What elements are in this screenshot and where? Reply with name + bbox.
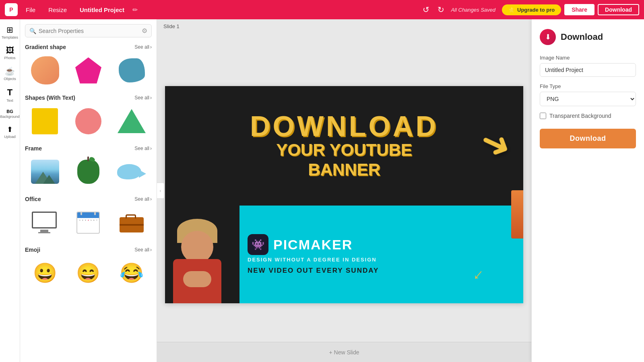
edit-icon[interactable]: ✏ bbox=[132, 6, 138, 14]
gradient-shape-see-all[interactable]: See all › bbox=[134, 44, 152, 50]
sidebar-item-background[interactable]: BG Background bbox=[1, 107, 19, 121]
download-panel-header: ⬇ Download bbox=[540, 29, 636, 45]
picmaker-tagline: DESIGN WITHOUT A DEGREE IN DESIGN bbox=[248, 257, 515, 263]
sidebar-item-templates[interactable]: ⊞ Templates bbox=[1, 23, 19, 42]
redo-button[interactable]: ↻ bbox=[434, 3, 448, 16]
office-see-all[interactable]: See all › bbox=[134, 196, 152, 202]
yellow-square-shape bbox=[32, 108, 58, 134]
saved-status: All Changes Saved bbox=[451, 7, 495, 13]
frame-mountain[interactable] bbox=[25, 156, 65, 188]
shape-blob-teal[interactable] bbox=[111, 54, 152, 86]
upload-icon: ⬆ bbox=[7, 125, 13, 134]
picmaker-logo-icon: 👾 bbox=[248, 234, 268, 255]
bg-label: Background bbox=[0, 115, 19, 119]
sidebar-item-text[interactable]: T Text bbox=[1, 85, 19, 105]
shape-blob-orange[interactable] bbox=[25, 54, 65, 86]
image-name-input[interactable] bbox=[540, 63, 636, 77]
monitor-shape bbox=[32, 212, 58, 234]
image-name-label: Image Name bbox=[540, 55, 636, 61]
frame-whale[interactable] bbox=[111, 156, 152, 188]
emoji-tears[interactable]: 😂 bbox=[111, 257, 152, 289]
banner-bottom-section: 👾 PICMAKER DESIGN WITHOUT A DEGREE IN DE… bbox=[165, 206, 523, 303]
office-header: Office See all › bbox=[25, 196, 152, 202]
shape-yellow-square[interactable] bbox=[25, 105, 65, 137]
emoji-see-all[interactable]: See all › bbox=[134, 247, 152, 253]
text-icon: T bbox=[7, 87, 12, 98]
filter-icon[interactable]: ⚙ bbox=[142, 27, 147, 35]
objects-icon: ☕ bbox=[5, 66, 15, 76]
banner-top-section: DOWNLOAD YOUR YOUTUBE BANNER bbox=[165, 86, 523, 206]
download-panel: ⬇ Download Image Name File Type PNG JPG … bbox=[531, 19, 644, 362]
person-figure bbox=[169, 219, 235, 303]
search-input[interactable] bbox=[39, 28, 142, 34]
whale-frame-shape bbox=[117, 162, 146, 182]
office-title: Office bbox=[25, 196, 41, 202]
templates-icon: ⊞ bbox=[6, 25, 13, 35]
emoji-laugh[interactable]: 😄 bbox=[68, 257, 109, 289]
emoji-section: Emoji See all › 😀 😄 😂 bbox=[25, 247, 152, 289]
office-grid: 1 2 3 4 5 6 7 bbox=[25, 206, 152, 239]
new-slide-button[interactable]: + New Slide bbox=[329, 349, 359, 356]
frame-apple[interactable] bbox=[68, 156, 109, 188]
office-monitor[interactable] bbox=[25, 206, 65, 239]
file-type-select[interactable]: PNG JPG PDF SVG bbox=[540, 92, 636, 106]
bg-icon: BG bbox=[6, 109, 13, 114]
download-action-button[interactable]: Download bbox=[540, 129, 636, 148]
sidebar-item-upload[interactable]: ⬆ Upload bbox=[1, 123, 19, 141]
undo-button[interactable]: ↺ bbox=[419, 3, 433, 16]
photos-icon: 🖼 bbox=[6, 46, 14, 55]
banner-person-area bbox=[165, 206, 239, 303]
pentagon-pink-shape bbox=[75, 58, 101, 84]
transparent-bg-label[interactable]: Transparent Background bbox=[549, 113, 611, 119]
emoji-smile[interactable]: 😀 bbox=[25, 257, 65, 289]
smile-emoji: 😀 bbox=[33, 262, 57, 284]
calendar-shape: 1 2 3 4 5 6 7 bbox=[76, 212, 100, 234]
laugh-emoji: 😄 bbox=[76, 262, 100, 284]
frame-see-all[interactable]: See all › bbox=[134, 146, 152, 151]
sidebar-item-photos[interactable]: 🖼 Photos bbox=[1, 43, 19, 62]
upgrade-button[interactable]: ⭐ Upgrade to pro bbox=[502, 4, 561, 15]
canvas-slide[interactable]: DOWNLOAD YOUR YOUTUBE BANNER ➜ bbox=[165, 86, 523, 303]
briefcase-shape bbox=[119, 212, 145, 232]
objects-label: Objects bbox=[4, 77, 16, 81]
file-type-label: File Type bbox=[540, 83, 636, 89]
transparent-bg-row: Transparent Background bbox=[540, 113, 636, 119]
gradient-shape-grid bbox=[25, 54, 152, 86]
new-slide-bar: + New Slide bbox=[157, 342, 531, 362]
sidebar-item-objects[interactable]: ☕ Objects bbox=[1, 64, 19, 83]
toggle-panel-button[interactable]: ‹ bbox=[157, 183, 164, 199]
blob-teal-shape bbox=[119, 58, 145, 82]
left-panel: 🔍 ⚙ Gradient shape See all › bbox=[20, 19, 157, 362]
star-icon: ⭐ bbox=[508, 7, 515, 13]
banner-subtitle: YOUR YOUTUBE BANNER bbox=[276, 140, 412, 179]
sidebar-icons: ⊞ Templates 🖼 Photos ☕ Objects T Text BG… bbox=[0, 19, 20, 362]
green-triangle-shape bbox=[118, 109, 146, 133]
download-panel-title: Download bbox=[561, 32, 603, 42]
main-layout: ⊞ Templates 🖼 Photos ☕ Objects T Text BG… bbox=[0, 19, 644, 362]
picmaker-name: PICMAKER bbox=[273, 237, 353, 253]
download-panel-icon: ⬇ bbox=[540, 29, 556, 45]
project-title[interactable]: Untitled Project bbox=[75, 4, 129, 16]
navbar: P File Resize Untitled Project ✏ ↺ ↻ All… bbox=[0, 0, 644, 19]
resize-menu[interactable]: Resize bbox=[43, 4, 72, 16]
transparent-bg-checkbox[interactable] bbox=[540, 113, 546, 119]
shape-green-triangle[interactable] bbox=[111, 105, 152, 137]
shapes-text-grid bbox=[25, 105, 152, 137]
share-button[interactable]: Share bbox=[564, 4, 594, 15]
emoji-grid: 😀 😄 😂 bbox=[25, 257, 152, 289]
shapes-text-see-all[interactable]: See all › bbox=[134, 95, 152, 101]
office-calendar[interactable]: 1 2 3 4 5 6 7 bbox=[68, 206, 109, 239]
shapes-text-title: Shapes (With Text) bbox=[25, 95, 75, 101]
slide-label: Slide 1 bbox=[163, 23, 180, 29]
shape-pentagon-pink[interactable] bbox=[68, 54, 109, 86]
shape-salmon-circle[interactable] bbox=[68, 105, 109, 137]
app-logo[interactable]: P bbox=[5, 3, 18, 16]
download-nav-button[interactable]: Download bbox=[598, 4, 639, 15]
shapes-text-section: Shapes (With Text) See all › bbox=[25, 95, 152, 137]
upload-label: Upload bbox=[4, 135, 16, 139]
mountain-frame-shape bbox=[31, 160, 59, 184]
gradient-shape-header: Gradient shape See all › bbox=[25, 44, 152, 50]
search-bar: 🔍 ⚙ bbox=[25, 24, 152, 37]
file-menu[interactable]: File bbox=[21, 4, 40, 16]
office-briefcase[interactable] bbox=[111, 206, 152, 239]
